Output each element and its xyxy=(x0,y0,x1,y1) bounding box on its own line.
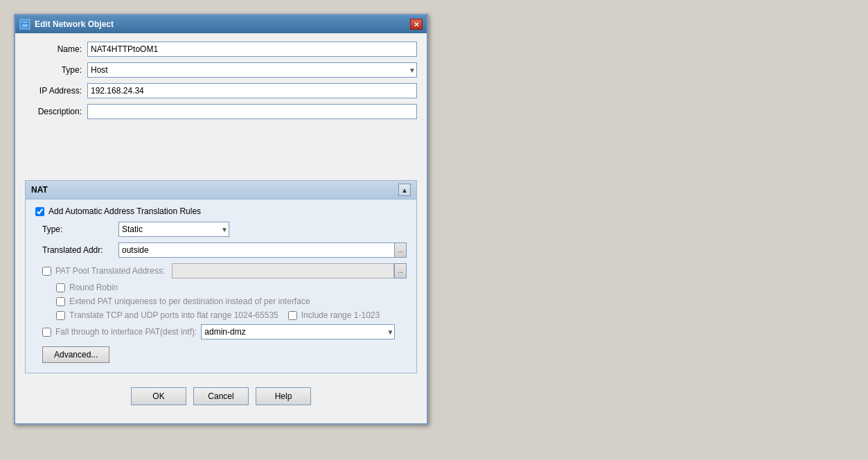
collapse-icon: ▲ xyxy=(401,186,408,194)
translate-tcp-row: Translate TCP and UDP ports into flat ra… xyxy=(35,310,407,320)
pat-pool-input[interactable] xyxy=(172,263,394,278)
nat-header: NAT ▲ xyxy=(26,181,416,200)
fall-through-label: Fall through to interface PAT(dest intf)… xyxy=(55,327,197,337)
title-bar: Edit Network Object ✕ xyxy=(15,15,427,33)
cancel-button[interactable]: Cancel xyxy=(193,387,249,405)
nat-type-select-wrapper: Static Dynamic Dynamic PAT (Hide) ▼ xyxy=(118,222,229,237)
edit-network-object-dialog: Edit Network Object ✕ Name: Type: Host N… xyxy=(14,14,428,425)
type-label: Type: xyxy=(25,65,87,75)
fall-through-select-wrapper: admin-dmz outside inside ▼ xyxy=(201,324,395,339)
extend-pat-row: Extend PAT uniqueness to per destination… xyxy=(35,297,407,306)
title-bar-left: Edit Network Object xyxy=(19,19,114,30)
round-robin-row: Round Robin xyxy=(35,283,407,292)
pat-pool-label: PAT Pool Translated Address: xyxy=(55,266,165,276)
nat-section: NAT ▲ Add Automatic Address Translation … xyxy=(25,180,417,373)
spacer xyxy=(25,125,417,180)
description-row: Description: xyxy=(25,104,417,119)
button-row: OK Cancel Help xyxy=(25,380,417,415)
pat-pool-checkbox[interactable] xyxy=(42,267,51,276)
include-range-checkbox[interactable] xyxy=(288,311,297,320)
ip-label: IP Address: xyxy=(25,86,87,96)
close-button[interactable]: ✕ xyxy=(410,19,423,30)
round-robin-label: Round Robin xyxy=(69,283,118,292)
type-row: Type: Host Network Range ▼ xyxy=(25,62,417,78)
auto-translation-label: Add Automatic Address Translation Rules xyxy=(48,206,201,216)
browse-icon: ... xyxy=(398,247,403,254)
type-select-wrapper: Host Network Range ▼ xyxy=(87,62,417,78)
window-icon xyxy=(19,19,30,30)
auto-translation-checkbox[interactable] xyxy=(35,207,44,216)
svg-rect-0 xyxy=(21,21,28,28)
window-title: Edit Network Object xyxy=(35,19,114,29)
extend-pat-label: Extend PAT uniqueness to per destination… xyxy=(69,297,310,306)
name-label: Name: xyxy=(25,44,87,54)
round-robin-checkbox[interactable] xyxy=(56,283,65,292)
translate-tcp-checkbox[interactable] xyxy=(56,311,65,320)
fall-through-row: Fall through to interface PAT(dest intf)… xyxy=(35,324,407,339)
nat-title: NAT xyxy=(31,185,48,195)
pat-pool-input-wrapper: ... xyxy=(172,263,407,278)
help-button[interactable]: Help xyxy=(256,387,311,405)
translate-tcp-label: Translate TCP and UDP ports into flat ra… xyxy=(69,310,278,320)
fall-through-select[interactable]: admin-dmz outside inside xyxy=(201,324,395,339)
ip-row: IP Address: xyxy=(25,83,417,98)
advanced-button[interactable]: Advanced... xyxy=(42,346,109,363)
translated-input-wrapper: ... xyxy=(118,242,407,258)
fall-through-checkbox[interactable] xyxy=(42,328,51,337)
nat-type-select[interactable]: Static Dynamic Dynamic PAT (Hide) xyxy=(118,222,229,237)
type-select[interactable]: Host Network Range xyxy=(87,62,417,78)
translated-addr-browse-button[interactable]: ... xyxy=(394,242,407,258)
nat-type-label: Type: xyxy=(42,224,118,234)
name-input[interactable] xyxy=(87,42,417,57)
extend-pat-checkbox[interactable] xyxy=(56,297,65,306)
include-range-label: Include range 1-1023 xyxy=(301,310,380,320)
description-input[interactable] xyxy=(87,104,417,119)
ok-button[interactable]: OK xyxy=(131,387,186,405)
nat-content: Add Automatic Address Translation Rules … xyxy=(26,200,416,373)
translated-addr-row: Translated Addr: ... xyxy=(35,242,407,258)
window-content: Name: Type: Host Network Range ▼ IP Addr… xyxy=(15,33,427,423)
nat-type-row: Type: Static Dynamic Dynamic PAT (Hide) … xyxy=(35,222,407,237)
nat-collapse-button[interactable]: ▲ xyxy=(398,184,411,196)
description-label: Description: xyxy=(25,107,87,116)
pat-pool-browse-button[interactable]: ... xyxy=(394,263,407,278)
pat-pool-row: PAT Pool Translated Address: ... xyxy=(35,263,407,278)
translated-addr-input[interactable] xyxy=(118,242,394,258)
ip-input[interactable] xyxy=(87,83,417,98)
name-row: Name: xyxy=(25,42,417,57)
pat-browse-icon: ... xyxy=(398,267,403,274)
advanced-btn-row: Advanced... xyxy=(35,346,407,363)
auto-translation-row: Add Automatic Address Translation Rules xyxy=(35,206,407,216)
translated-addr-label: Translated Addr: xyxy=(42,245,118,255)
